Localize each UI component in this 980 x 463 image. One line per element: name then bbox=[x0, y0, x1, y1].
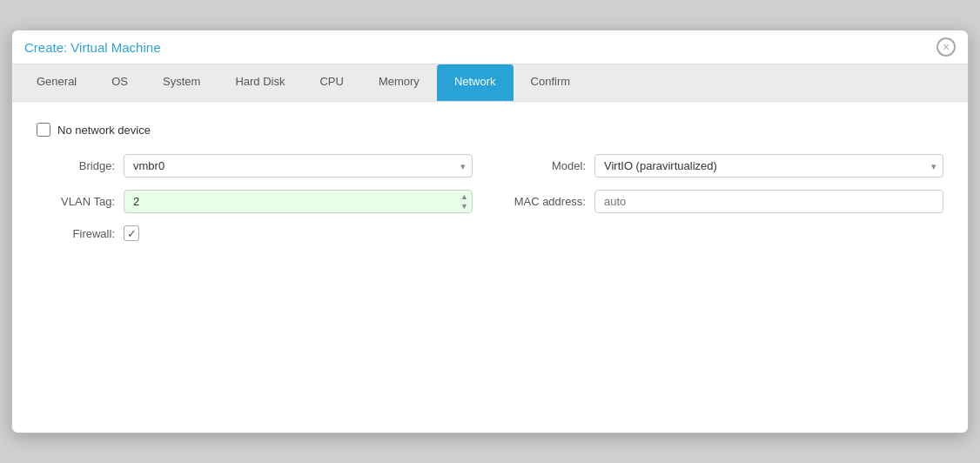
form-grid: Bridge: vmbr0 vmbr1 vmbr2 ▾ Model: bbox=[37, 154, 943, 241]
vlan-control: ▲ ▼ bbox=[124, 190, 473, 213]
vlan-spinner: ▲ ▼ bbox=[458, 192, 471, 211]
firewall-label: Firewall: bbox=[37, 227, 115, 240]
model-select[interactable]: VirtIO (paravirtualized) e1000 rtl8139 bbox=[594, 154, 943, 178]
dialog-titlebar: Create: Virtual Machine × bbox=[12, 30, 968, 64]
firewall-control: ✓ bbox=[124, 225, 473, 241]
vlan-row: VLAN Tag: ▲ ▼ bbox=[37, 190, 473, 213]
bridge-control: vmbr0 vmbr1 vmbr2 ▾ bbox=[124, 154, 473, 178]
tab-memory[interactable]: Memory bbox=[361, 64, 437, 101]
dialog-title: Create: Virtual Machine bbox=[24, 40, 160, 55]
no-network-row: No network device bbox=[37, 123, 943, 137]
tab-confirm[interactable]: Confirm bbox=[513, 64, 588, 101]
no-network-checkbox[interactable] bbox=[37, 123, 50, 137]
bridge-select[interactable]: vmbr0 vmbr1 vmbr2 bbox=[124, 154, 473, 178]
mac-row: MAC address: bbox=[507, 190, 943, 213]
vlan-input[interactable] bbox=[124, 190, 473, 213]
firewall-row: Firewall: ✓ bbox=[37, 225, 473, 241]
mac-control bbox=[594, 190, 943, 213]
tab-cpu[interactable]: CPU bbox=[302, 64, 360, 101]
bridge-label: Bridge: bbox=[37, 159, 115, 172]
vlan-label: VLAN Tag: bbox=[37, 195, 115, 208]
tab-system[interactable]: System bbox=[145, 64, 218, 101]
model-select-wrapper: VirtIO (paravirtualized) e1000 rtl8139 ▾ bbox=[594, 154, 943, 178]
dialog-body: No network device Bridge: vmbr0 vmbr1 vm… bbox=[12, 102, 968, 433]
tab-general[interactable]: General bbox=[19, 64, 94, 101]
vlan-spin-up[interactable]: ▲ bbox=[458, 192, 471, 202]
model-control: VirtIO (paravirtualized) e1000 rtl8139 ▾ bbox=[594, 154, 943, 178]
close-button[interactable]: × bbox=[936, 37, 956, 57]
no-network-label: No network device bbox=[57, 124, 151, 137]
bridge-row: Bridge: vmbr0 vmbr1 vmbr2 ▾ bbox=[37, 154, 473, 178]
bridge-select-wrapper: vmbr0 vmbr1 vmbr2 ▾ bbox=[124, 154, 473, 178]
mac-input[interactable] bbox=[594, 190, 943, 213]
tabs-bar: General OS System Hard Disk CPU Memory N… bbox=[12, 64, 968, 102]
vlan-input-wrapper: ▲ ▼ bbox=[124, 190, 473, 213]
model-label: Model: bbox=[507, 159, 586, 172]
vlan-spin-down[interactable]: ▼ bbox=[458, 202, 471, 211]
tab-network[interactable]: Network bbox=[437, 64, 513, 101]
firewall-check-icon: ✓ bbox=[127, 227, 137, 240]
tab-os[interactable]: OS bbox=[94, 64, 145, 101]
model-row: Model: VirtIO (paravirtualized) e1000 rt… bbox=[507, 154, 943, 178]
tab-hard-disk[interactable]: Hard Disk bbox=[218, 64, 302, 101]
mac-label: MAC address: bbox=[507, 195, 586, 208]
create-vm-dialog: Create: Virtual Machine × General OS Sys… bbox=[11, 30, 969, 433]
firewall-checkbox[interactable]: ✓ bbox=[124, 225, 139, 241]
